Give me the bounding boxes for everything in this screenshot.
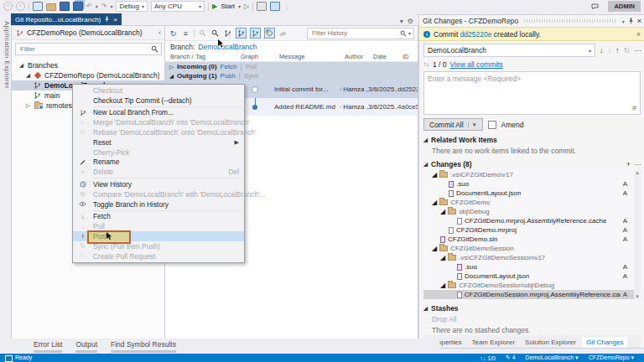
col-date[interactable]: Date (373, 53, 402, 60)
clear-filter-icon[interactable] (278, 28, 288, 38)
commit-all-button[interactable]: Commit All ▼ (423, 118, 483, 131)
changes-folder-row[interactable]: ◢CFZGitDemoSession\obj\Debug (423, 281, 641, 290)
save-all-icon[interactable] (73, 2, 83, 11)
col-id[interactable]: ID (402, 53, 418, 60)
pin-icon[interactable] (628, 18, 634, 24)
menu-item-merge[interactable]: ⑃Merge 'DemoLocalBranch' into 'DemoLocal… (73, 117, 244, 127)
view-all-commits-link[interactable]: View all commits (450, 60, 503, 69)
sync-icon[interactable]: ↻ (623, 46, 630, 54)
push-link[interactable]: Push (221, 72, 236, 80)
open-folder-icon[interactable] (46, 3, 56, 11)
tab-git-repository[interactable]: Git Reposito...oLocalBranch) × (11, 13, 122, 25)
tab-git-changes[interactable]: Git Changes (582, 337, 627, 348)
tree-node-repo[interactable]: ◢ CFZDemoRepo (DemoLocalBranch) (12, 70, 165, 80)
changes-file-row[interactable]: CFZGitDemo.mrprojA (423, 225, 641, 235)
commit-id-link[interactable]: dd25220e (460, 30, 492, 39)
changes-file-row[interactable]: .suoA (423, 262, 641, 272)
push-icon[interactable]: ↑ (615, 46, 620, 54)
pull-icon[interactable]: ↓ (607, 46, 611, 54)
history-filter-input[interactable] (310, 28, 398, 38)
drag-handle[interactable] (524, 19, 615, 23)
status-current-branch[interactable]: DemoLocalBranch ▾ (526, 354, 579, 361)
admin-account-button[interactable]: ADMIN (608, 1, 641, 12)
feedback-icon[interactable] (591, 3, 600, 11)
changes-file-row[interactable]: CFZGitDemo.mrproj.AssemblyReference.cach… (423, 216, 641, 225)
changes-file-row[interactable]: CFZGitDemo.slnA (423, 235, 641, 244)
status-sync-counts[interactable]: ↑↓ 1/0 (480, 355, 496, 361)
zoom-out-icon[interactable] (198, 28, 207, 38)
menu-item-delete[interactable]: ×DeleteDel (73, 167, 244, 177)
col-branch-tag[interactable]: Branch / Tag (165, 53, 241, 60)
fetch-link[interactable]: Fetch (221, 63, 237, 70)
redo-icon[interactable]: ↷ (101, 3, 107, 10)
status-pending-changes[interactable]: ✎ 4 (506, 354, 516, 361)
pull-link-disabled[interactable]: Pull (246, 63, 257, 70)
more-actions-icon[interactable]: ⋯ (634, 47, 641, 54)
branch-filter-input[interactable] (18, 44, 151, 54)
debug-config-dropdown[interactable]: Debug▾ (116, 1, 148, 12)
tab-find-symbol-results[interactable]: Find Symbol Results (111, 339, 176, 353)
zoom-in-icon[interactable] (210, 28, 220, 38)
changes-folder-row[interactable]: ◢.vs\CFZGitDemoSession\v17 (423, 253, 641, 262)
toolbar-extra-icon[interactable] (270, 2, 280, 11)
collapse-chevron-icon[interactable]: ‹ (158, 28, 161, 37)
sidebar-tab-application-explorer[interactable]: Application Explorer (0, 13, 11, 354)
menu-item-cherry-pick[interactable]: Cherry-Pick (73, 147, 244, 158)
toolbar-extra-icon[interactable] (257, 2, 267, 11)
menu-item-toggle-branch-history[interactable]: Toggle Branch in History (73, 199, 244, 209)
close-notification-icon[interactable]: × (636, 30, 641, 39)
list-view-icon[interactable]: ≡ (181, 28, 190, 38)
outgoing-group-row[interactable]: ◢ Outgoing (1) Push | Sync (165, 71, 418, 80)
start-button[interactable]: Start (221, 3, 235, 10)
changes-folder-row[interactable]: ◢CFZGitDemo (423, 198, 641, 207)
undo-icon[interactable]: ↶ (86, 3, 92, 10)
menu-item-reset[interactable]: Reset▶ (73, 137, 244, 147)
changes-folder-row[interactable]: ◢CFZGitDemoSession (423, 244, 641, 253)
history-filter[interactable]: ▾ (307, 28, 414, 39)
scrollbar[interactable]: ▲▼ (634, 170, 641, 299)
graph-style-icon[interactable] (223, 28, 232, 38)
nav-back-icon[interactable]: ‹ (3, 2, 13, 11)
menu-item-sync[interactable]: ↻Sync (Pull then Push) (73, 241, 244, 251)
fetch-icon[interactable]: ↓ (600, 46, 604, 54)
stashes-header[interactable]: ◢ Stashes (423, 304, 641, 313)
new-project-icon[interactable] (33, 2, 43, 11)
changes-file-row[interactable]: DocumentLayout.jsonA (423, 189, 641, 198)
menu-item-compare[interactable]: ⧉Compare 'DemoLocalBranch' with 'DemoLoc… (73, 189, 244, 199)
show-remote-branches-icon[interactable] (250, 28, 261, 39)
current-branch-link[interactable]: DemoLocalBranch (198, 43, 257, 51)
gear-icon[interactable]: ⚙ (408, 18, 413, 25)
tab-error-list[interactable]: Error List (34, 339, 62, 353)
menu-item-checkout[interactable]: Checkout (73, 85, 244, 96)
tab-team-explorer[interactable]: Team Explorer (467, 337, 519, 348)
show-local-branches-icon[interactable] (236, 28, 247, 39)
col-graph[interactable]: Graph (241, 53, 279, 60)
window-list-icon[interactable]: ▾ (400, 18, 403, 25)
start-without-debug-icon[interactable]: ▷ (244, 3, 249, 10)
commit-message-box[interactable]: Enter a message <Required> # (423, 71, 641, 115)
chevron-down-icon[interactable]: ▼ (468, 122, 477, 127)
stage-all-icon[interactable]: + (626, 160, 631, 168)
menu-item-create-pull-request[interactable]: ⑂Create Pull Request (73, 251, 244, 261)
save-icon[interactable] (60, 2, 70, 11)
close-icon[interactable]: × (113, 16, 117, 23)
changes-folder-row[interactable]: ◢obj\Debug (423, 207, 641, 216)
changes-folder-row[interactable]: ◢.vs\CFZGitDemo\v17 (423, 170, 641, 179)
menu-item-view-history[interactable]: View History (73, 179, 244, 189)
incoming-group-row[interactable]: ▷ Incoming (0) Fetch | Pull (165, 62, 418, 71)
menu-item-new-local-branch[interactable]: New Local Branch From... (73, 108, 244, 118)
changes-file-row[interactable]: DocumentLayout.jsonA (423, 272, 641, 281)
platform-dropdown[interactable]: Any CPU▾ (151, 1, 205, 12)
toolbar-overflow-icon[interactable]: ⋮ (283, 3, 289, 10)
more-actions-icon[interactable]: ⋯ (634, 161, 641, 168)
menu-item-push[interactable]: ↑ Push (73, 231, 244, 241)
tab-solution-explorer[interactable]: Solution Explorer (521, 337, 580, 348)
col-author[interactable]: Author (345, 53, 373, 60)
changes-header[interactable]: ◢ Changes (8) + ⋯ (423, 160, 641, 168)
close-icon[interactable]: × (637, 17, 641, 25)
tree-node-branches[interactable]: ◢ Branches (12, 60, 165, 70)
branch-filter[interactable] (15, 43, 162, 55)
start-icon[interactable]: ▶ (212, 3, 217, 10)
menu-item-rebase[interactable]: ⎌Rebase 'DemoLocalBranch' onto 'DemoLoca… (73, 127, 244, 137)
refresh-icon[interactable]: ↻ (169, 28, 178, 38)
